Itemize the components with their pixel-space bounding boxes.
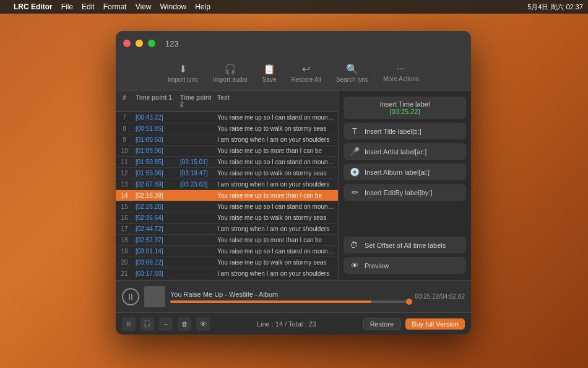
table-row[interactable]: 18[02:52.97]You raise me up to more than… [116, 235, 338, 246]
insert-title-label-button[interactable]: T Insert Title label[ti:] [344, 123, 466, 139]
insert-editby-label-text: Insert EditBy label[by:] [365, 189, 432, 196]
progress-dot [406, 299, 412, 305]
table-row[interactable]: 9[01:00.60]I am strong when I am on your… [116, 134, 338, 146]
preview-button[interactable]: 👁 Preview [344, 257, 466, 274]
cell-text: You raise me up to more than I can be [215, 237, 338, 243]
cell-text: You raise me up to more than I can be [215, 147, 338, 154]
menu-edit[interactable]: Edit [82, 2, 95, 11]
artist-icon: 🎤 [350, 147, 360, 156]
progress-bar[interactable] [170, 300, 410, 303]
bottom-bar: ⎘ 🎧 − 🗑 👁 Line : 14 / Total : 23 Restore… [116, 312, 471, 335]
search-icon: 🔍 [346, 63, 358, 75]
album-art [144, 286, 165, 307]
cell-text: You raise me up so I can stand on mounta… [215, 248, 338, 255]
table-row[interactable]: 20[03:09.22]You raise me up to walk on s… [116, 257, 338, 268]
eye-icon-button[interactable]: 👁 [196, 317, 210, 331]
table-row[interactable]: 19[03:01.14]You raise me up so I can sta… [116, 246, 338, 257]
preview-label: Preview [365, 262, 389, 269]
cell-text: You raise me up so I can stand on mounta… [215, 203, 338, 210]
album-icon: 💿 [350, 167, 360, 177]
maximize-button[interactable] [148, 40, 155, 47]
table-row[interactable]: 12[01:59.06][03:19.47]You raise me up to… [116, 168, 338, 179]
menu-window[interactable]: Window [160, 2, 187, 11]
import-audio-button[interactable]: 🎧 Import audio [213, 63, 248, 83]
cell-text: You raise me up so I can stand on mounta… [215, 114, 338, 121]
cell-tp2: [03:23.63] [178, 181, 215, 188]
buy-full-version-button[interactable]: Buy full Version [405, 318, 465, 330]
time-display: 03:25.22/04:02.82 [415, 293, 465, 300]
insert-time-value: [03:25.22] [390, 108, 420, 115]
restore-all-label: Restore All [291, 76, 321, 83]
menu-help[interactable]: Help [195, 2, 210, 11]
save-button[interactable]: 📋 Save [262, 63, 277, 83]
app-window: 123 ⬇ Import lyric 🎧 Import audio 📋 Save… [116, 31, 471, 335]
table-row[interactable]: 17[02:44.72]I am strong when I am on you… [116, 224, 338, 235]
cell-num: 18 [116, 237, 133, 243]
table-row[interactable]: 14[02:16.39]You raise me up to more than… [116, 190, 338, 201]
insert-album-label-button[interactable]: 💿 Insert Album label[al:] [344, 164, 466, 180]
cell-tp1: [02:16.39] [133, 192, 178, 199]
menu-format[interactable]: Format [103, 2, 127, 11]
cell-tp2: [03:19.47] [178, 170, 215, 177]
table-row[interactable]: 13[02:07.89][03:23.63]I am strong when I… [116, 179, 338, 190]
more-actions-button[interactable]: ··· More Actions [383, 63, 419, 82]
cell-text: I am strong when I am on your shoulders [215, 226, 338, 232]
cell-tp1: [03:01.14] [133, 248, 178, 255]
insert-album-label-text: Insert Album label[al:] [365, 169, 430, 176]
menu-view[interactable]: View [136, 2, 152, 11]
cell-num: 21 [116, 270, 133, 277]
cell-text: You raise me up to walk on stormy seas [215, 125, 338, 132]
close-button[interactable] [123, 40, 131, 47]
cell-tp1: [00:51.85] [133, 125, 178, 132]
cell-num: 20 [116, 259, 133, 266]
table-body: 1[ti:You Raise Me Up]2[ar:Westernlife]3[… [116, 112, 338, 280]
insert-time-label-text: Insert Time label [380, 100, 430, 108]
delete-icon-button[interactable]: 🗑 [178, 317, 191, 331]
table-row[interactable]: 10[01:09.06]You raise me up to more than… [116, 146, 338, 157]
import-lyric-button[interactable]: ⬇ Import lyric [168, 63, 198, 83]
cell-num: 13 [116, 181, 133, 188]
insert-artist-label-text: Insert Artist label[ar:] [365, 148, 426, 156]
restore-button[interactable]: Restore [363, 318, 401, 330]
save-icon: 📋 [263, 63, 275, 75]
app-menu-lrc-editor[interactable]: LRC Editor [14, 2, 53, 11]
cell-num: 19 [116, 248, 133, 255]
table-row[interactable]: 16[02:36.64]You raise me up to walk on s… [116, 212, 338, 224]
cell-text: You raise me up so I can stand on mounta… [215, 159, 338, 165]
pause-button[interactable]: ⏸ [122, 288, 139, 305]
right-panel: Insert Time label [03:25.22] T Insert Ti… [339, 90, 471, 280]
search-lyric-button[interactable]: 🔍 Search lyric [336, 63, 368, 83]
minimize-button[interactable] [136, 40, 143, 47]
menubar-datetime: 5月4日 周六 02:37 [527, 2, 583, 12]
insert-title-label-text: Insert Title label[ti:] [365, 128, 422, 135]
toolbar: ⬇ Import lyric 🎧 Import audio 📋 Save ↩ R… [116, 56, 471, 90]
menu-file[interactable]: File [61, 2, 73, 11]
table-row[interactable]: 15[02:28.26]You raise me up so I can sta… [116, 201, 338, 212]
cell-tp1: [02:07.89] [133, 181, 178, 188]
table-row[interactable]: 21[03:17.60]I am strong when I am on you… [116, 268, 338, 279]
table-row[interactable]: 7[00:43.22]You raise me up so I can stan… [116, 112, 338, 123]
cell-num: 16 [116, 214, 133, 221]
cell-tp1: [02:52.97] [133, 237, 178, 243]
cell-text: You raise me up to more than I can be [215, 192, 338, 199]
status-text: Line : 14 / Total : 23 [215, 320, 358, 328]
window-title: 123 [165, 39, 179, 48]
restore-icon: ↩ [302, 63, 310, 75]
restore-all-button[interactable]: ↩ Restore All [291, 63, 321, 83]
insert-editby-label-button[interactable]: ✏ Insert EditBy label[by:] [344, 184, 466, 201]
title-icon: T [350, 126, 360, 136]
main-content: # Time point 1 Time point 2 Text 1[ti:Yo… [116, 90, 471, 280]
table-row[interactable]: 8[00:51.85]You raise me up to walk on st… [116, 123, 338, 134]
menubar: LRC Editor File Edit Format View Window … [0, 0, 588, 14]
minus-icon-button[interactable]: − [159, 317, 173, 331]
titlebar: 123 [116, 31, 471, 56]
insert-artist-label-button[interactable]: 🎤 Insert Artist label[ar:] [344, 143, 466, 160]
cell-tp1: [03:09.22] [133, 259, 178, 266]
cell-text: You raise me up to walk on stormy seas [215, 214, 338, 221]
set-offset-button[interactable]: ⏱ Set Offset of All time labels [344, 237, 466, 253]
table-row[interactable]: 11[01:50.85][03:15.01]You raise me up so… [116, 157, 338, 168]
headphones-icon-button[interactable]: 🎧 [141, 317, 154, 331]
editby-icon: ✏ [350, 188, 360, 197]
copy-icon-button[interactable]: ⎘ [122, 317, 136, 331]
cell-text: I am strong when I am on your shoulders [215, 181, 338, 188]
